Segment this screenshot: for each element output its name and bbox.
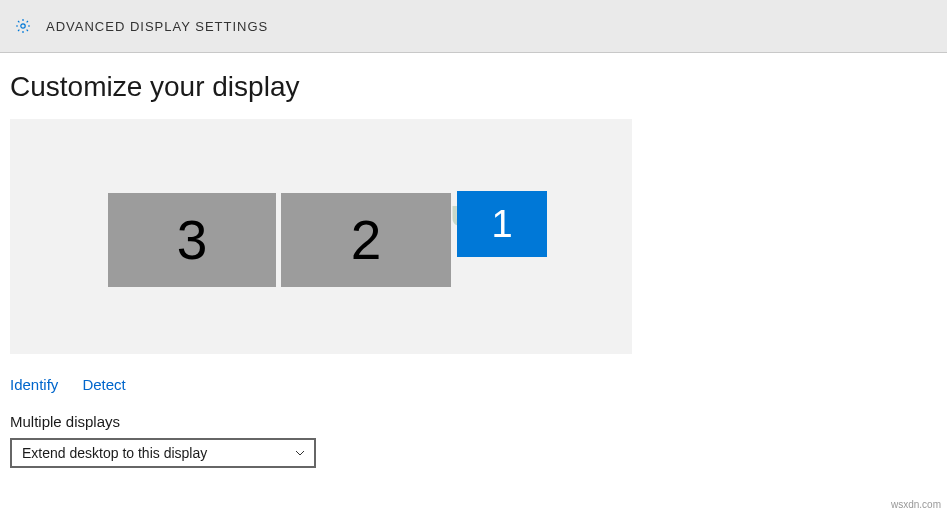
detect-link[interactable]: Detect — [82, 376, 125, 393]
monitor-label: 3 — [177, 208, 208, 272]
svg-point-0 — [21, 24, 25, 28]
monitor-2[interactable]: 2 — [281, 193, 451, 287]
chevron-down-icon — [294, 447, 306, 459]
window-titlebar: ADVANCED DISPLAY SETTINGS — [0, 0, 947, 53]
page-title: Customize your display — [10, 71, 937, 103]
monitor-1[interactable]: 1 — [457, 191, 547, 257]
attribution-text: wsxdn.com — [891, 499, 941, 510]
display-arrangement-panel[interactable]: APPUALS 3 2 1 — [10, 119, 632, 354]
multiple-displays-dropdown[interactable]: Extend desktop to this display — [10, 438, 316, 468]
monitor-label: 1 — [491, 203, 512, 246]
dropdown-selected-value: Extend desktop to this display — [22, 445, 207, 461]
display-actions-row: Identify Detect — [10, 376, 937, 393]
window-title: ADVANCED DISPLAY SETTINGS — [46, 19, 268, 34]
identify-link[interactable]: Identify — [10, 376, 58, 393]
content-area: Customize your display APPUALS 3 2 1 Ide… — [0, 53, 947, 468]
monitor-3[interactable]: 3 — [108, 193, 276, 287]
monitor-label: 2 — [351, 208, 382, 272]
gear-icon — [14, 17, 32, 35]
multiple-displays-label: Multiple displays — [10, 413, 937, 430]
